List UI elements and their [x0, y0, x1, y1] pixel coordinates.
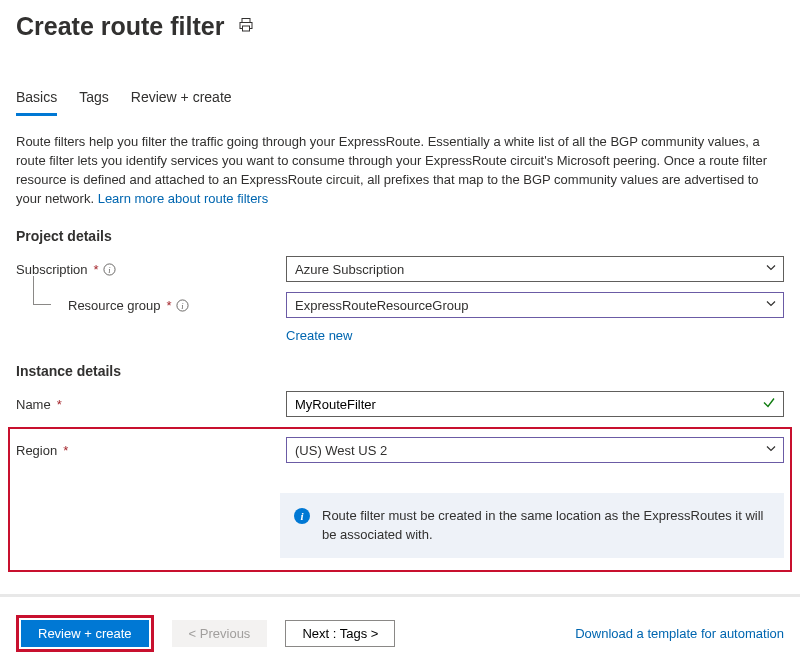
info-icon[interactable]: i [176, 299, 189, 312]
project-details-heading: Project details [16, 228, 784, 244]
required-indicator: * [57, 397, 62, 412]
info-message: i Route filter must be created in the sa… [280, 493, 784, 557]
region-highlight-box: Region * (US) West US 2 i Route filter m… [8, 427, 792, 571]
info-icon: i [294, 508, 310, 524]
region-label: Region [16, 443, 57, 458]
description-text: Route filters help you filter the traffi… [16, 133, 784, 208]
learn-more-link[interactable]: Learn more about route filters [98, 191, 269, 206]
region-value: (US) West US 2 [295, 443, 387, 458]
print-icon[interactable] [238, 17, 254, 36]
region-select[interactable]: (US) West US 2 [286, 437, 784, 463]
tabs: Basics Tags Review + create [16, 83, 784, 117]
instance-details-heading: Instance details [16, 363, 784, 379]
subscription-select[interactable]: Azure Subscription [286, 256, 784, 282]
svg-rect-2 [243, 26, 250, 31]
name-label: Name [16, 397, 51, 412]
divider [0, 594, 800, 597]
svg-rect-0 [242, 19, 250, 23]
name-input[interactable] [286, 391, 784, 417]
tab-tags[interactable]: Tags [79, 83, 109, 116]
svg-text:i: i [108, 266, 111, 275]
chevron-down-icon [765, 262, 777, 277]
required-indicator: * [94, 262, 99, 277]
tab-basics[interactable]: Basics [16, 83, 57, 116]
resource-group-value: ExpressRouteResourceGroup [295, 298, 468, 313]
chevron-down-icon [765, 298, 777, 313]
resource-group-select[interactable]: ExpressRouteResourceGroup [286, 292, 784, 318]
tab-review[interactable]: Review + create [131, 83, 232, 116]
create-new-link[interactable]: Create new [286, 328, 352, 343]
next-button[interactable]: Next : Tags > [285, 620, 395, 647]
required-indicator: * [167, 298, 172, 313]
previous-button: < Previous [172, 620, 268, 647]
page-title: Create route filter [16, 12, 224, 41]
required-indicator: * [63, 443, 68, 458]
subscription-value: Azure Subscription [295, 262, 404, 277]
download-template-link[interactable]: Download a template for automation [575, 626, 784, 641]
tree-connector [16, 292, 64, 318]
resource-group-label: Resource group [68, 298, 161, 313]
review-create-button[interactable]: Review + create [21, 620, 149, 647]
chevron-down-icon [765, 443, 777, 458]
svg-text:i: i [181, 302, 184, 311]
footer: Review + create < Previous Next : Tags >… [16, 615, 784, 668]
info-text: Route filter must be created in the same… [322, 507, 770, 543]
review-button-highlight: Review + create [16, 615, 154, 652]
subscription-label: Subscription [16, 262, 88, 277]
checkmark-icon [762, 396, 776, 413]
info-icon[interactable]: i [103, 263, 116, 276]
